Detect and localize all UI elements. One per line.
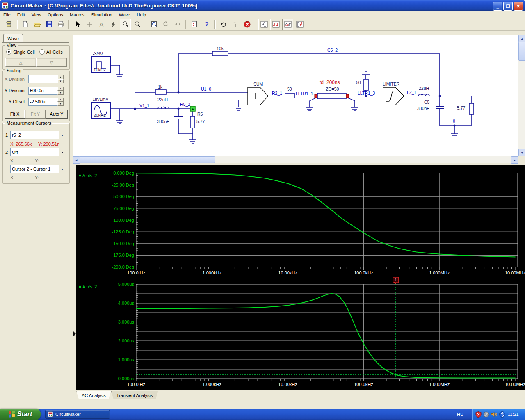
- spin-up-icon[interactable]: ▲: [57, 87, 64, 91]
- gray-speaker-icon[interactable]: [483, 411, 489, 418]
- menu-edit[interactable]: Edit: [14, 12, 28, 18]
- zoom-tool-button[interactable]: [132, 19, 143, 30]
- scroll-up-icon[interactable]: ▲: [518, 35, 525, 42]
- spin-up-icon[interactable]: ▲: [57, 98, 64, 102]
- spin-down-icon[interactable]: ▼: [57, 102, 64, 106]
- resistor-10k[interactable]: [212, 51, 228, 56]
- find-part-button[interactable]: [148, 19, 160, 30]
- svg-text:-125.0 Deg: -125.0 Deg: [112, 229, 134, 234]
- new-button[interactable]: [20, 19, 31, 30]
- circuitmaker-task-icon: [48, 411, 53, 417]
- chevron-down-icon[interactable]: ▼: [59, 148, 66, 156]
- radio-all-cells[interactable]: All Cells: [39, 49, 63, 55]
- bluetooth-icon[interactable]: [499, 411, 505, 418]
- menu-simulation[interactable]: Simulation: [88, 12, 115, 18]
- probe-tool-button[interactable]: [108, 19, 119, 30]
- taskbar-item-circuitmaker[interactable]: CircuitMaker: [45, 410, 110, 419]
- fit-x-button[interactable]: Fit X: [5, 110, 25, 119]
- simulation-setup-button[interactable]: [189, 19, 200, 30]
- schematic-hscrollbar[interactable]: ◄ ►: [73, 156, 518, 163]
- reset-button[interactable]: [218, 19, 229, 30]
- resistor-load[interactable]: [469, 103, 474, 114]
- fit-y-button[interactable]: Fit Y: [25, 110, 46, 119]
- minimize-button[interactable]: _: [493, 2, 502, 11]
- scroll-right-icon[interactable]: ►: [511, 156, 518, 164]
- chevron-down-icon[interactable]: ▼: [59, 165, 66, 173]
- spin-down-icon[interactable]: ▼: [57, 79, 64, 83]
- svg-text:?: ?: [205, 21, 208, 27]
- tab-ac-analysis[interactable]: AC Analysis: [76, 391, 111, 399]
- split-waveforms-button[interactable]: [294, 19, 305, 30]
- menu-help[interactable]: Help: [133, 12, 149, 18]
- scroll-down-icon[interactable]: ▼: [518, 149, 525, 156]
- mirror-button[interactable]: [172, 19, 183, 30]
- volume-speaker-icon[interactable]: [491, 411, 498, 418]
- cell-up-button[interactable]: △: [5, 58, 36, 67]
- svg-text:100.0kHz: 100.0kHz: [354, 382, 373, 387]
- rotate-button[interactable]: [160, 19, 171, 30]
- y-division-spinner[interactable]: ▲▼: [57, 87, 64, 95]
- start-label: Start: [17, 411, 32, 418]
- vscroll-thumb[interactable]: [518, 42, 525, 61]
- cursor-diff-combo[interactable]: Cursor 2 - Cursor 1 ▼: [10, 165, 66, 173]
- analysis-plots[interactable]: 0.000 Deg-25.00 Deg-50.00 Deg-75.00 Deg-…: [76, 165, 525, 390]
- schematic-labels: -3/3V10kHz-1m/1mV20kHz10kC5_21kU1_0V1_12…: [91, 46, 466, 124]
- mirror-flip-icon: [174, 21, 181, 27]
- y-offset-field[interactable]: -2.500u: [28, 98, 57, 106]
- select-arrow-button[interactable]: [72, 19, 83, 30]
- chevron-down-icon[interactable]: ▼: [59, 131, 66, 139]
- limiter-block[interactable]: [383, 87, 404, 105]
- save-button[interactable]: [43, 19, 55, 30]
- hscroll-thumb[interactable]: [80, 156, 215, 163]
- language-indicator[interactable]: HU: [457, 409, 463, 420]
- open-button[interactable]: [32, 19, 43, 30]
- y-division-field[interactable]: 500.0n: [28, 87, 57, 95]
- zoom-select-button[interactable]: [120, 19, 131, 30]
- scroll-left-icon[interactable]: ◄: [73, 156, 80, 164]
- text-tool-button[interactable]: A: [96, 19, 107, 30]
- menu-macros[interactable]: Macros: [66, 12, 88, 18]
- resistor-1k[interactable]: [155, 90, 166, 94]
- cursor1-combo[interactable]: r5_2 ▼: [10, 131, 66, 139]
- spin-up-icon[interactable]: ▲: [57, 75, 64, 79]
- close-button[interactable]: ✕: [514, 2, 523, 11]
- menu-view[interactable]: View: [28, 12, 45, 18]
- schematic-vscrollbar[interactable]: ▲ ▼: [518, 35, 525, 156]
- restore-button[interactable]: ❐: [503, 2, 513, 11]
- menu-wave[interactable]: Wave: [116, 12, 134, 18]
- taskbar-clock[interactable]: 11:21: [508, 412, 519, 417]
- tools-button[interactable]: [230, 19, 241, 30]
- print-button[interactable]: [55, 19, 66, 30]
- analysis-window-button[interactable]: [282, 19, 293, 30]
- transmission-line[interactable]: [317, 93, 346, 99]
- part-browser-button[interactable]: [3, 19, 14, 30]
- resistor-50[interactable]: [285, 94, 295, 98]
- wire-tool-button[interactable]: [84, 19, 95, 30]
- radio-single-cell[interactable]: Single Cell: [6, 49, 35, 55]
- splitter-arrow-icon[interactable]: [73, 331, 76, 337]
- probe-display-button[interactable]: [258, 19, 269, 30]
- auto-y-button[interactable]: Auto Y: [46, 110, 68, 119]
- app-icon: [2, 2, 9, 9]
- resistor-r5[interactable]: [190, 116, 195, 128]
- menu-options[interactable]: Options: [44, 12, 66, 18]
- capacitors: [174, 107, 444, 119]
- cell-down-button[interactable]: ▽: [36, 58, 67, 67]
- cursor2-combo[interactable]: Off ▼: [10, 148, 66, 156]
- tab-transient-analysis[interactable]: Transient Analysis: [111, 391, 158, 399]
- start-button[interactable]: Start: [0, 409, 41, 420]
- x-division-field[interactable]: [28, 75, 57, 83]
- tab-wave[interactable]: Wave: [3, 34, 23, 43]
- resistor-50-shunt[interactable]: [364, 79, 368, 90]
- svg-text:-75.00 Deg: -75.00 Deg: [112, 206, 134, 211]
- schematic-canvas[interactable]: -3/3V10kHz-1m/1mV20kHz10kC5_21kU1_0V1_12…: [73, 35, 519, 157]
- x-division-spinner[interactable]: ▲▼: [57, 75, 64, 83]
- spin-down-icon[interactable]: ▼: [57, 91, 64, 95]
- help-tool-button[interactable]: ?: [201, 19, 212, 30]
- cursors-group-title: Measurement Cursors: [5, 121, 52, 126]
- y-offset-spinner[interactable]: ▲▼: [57, 98, 64, 106]
- menu-file[interactable]: File: [0, 12, 14, 18]
- security-shield-icon[interactable]: [475, 411, 482, 418]
- stop-simulation-button[interactable]: [242, 19, 253, 30]
- waveform-window-button[interactable]: [270, 19, 281, 30]
